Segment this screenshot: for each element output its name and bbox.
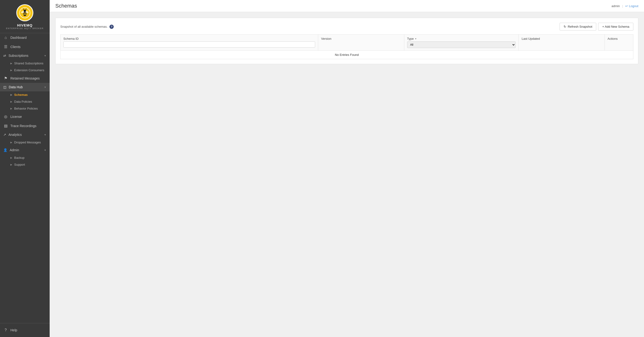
- sub-arrow-icon: ▶: [10, 62, 12, 65]
- admin-icon: 👤: [3, 148, 7, 152]
- clients-icon: ☰: [3, 45, 8, 49]
- col-label-last-updated: Last Updated: [522, 37, 540, 41]
- logo-area: HIVEMQ ENTERPRISE MQTT BROKER: [0, 0, 50, 33]
- expand-arrow-icon: ▼: [44, 86, 46, 89]
- retained-icon: ⚑: [3, 76, 8, 81]
- sidebar-sub-label: Extension Consumers: [14, 68, 44, 72]
- sidebar-item-label: Data Hub: [9, 85, 23, 89]
- refresh-snapshot-button[interactable]: ↻ Refresh Snapshot: [560, 23, 596, 31]
- sidebar-item-label: Retained Messages: [10, 77, 40, 80]
- content-area: Snapshot of all available schemas. ? ↻ R…: [50, 12, 644, 337]
- sidebar: HIVEMQ ENTERPRISE MQTT BROKER ⌂ Dashboar…: [0, 0, 50, 337]
- sidebar-item-shared-subscriptions[interactable]: ▶ Shared Subscriptions: [0, 60, 50, 67]
- logout-icon: ↩: [625, 4, 628, 8]
- sidebar-item-schemas[interactable]: ▶ Schemas: [0, 91, 50, 98]
- sidebar-sub-label: Schemas: [14, 93, 28, 97]
- sidebar-item-backup[interactable]: ▶ Backup: [0, 154, 50, 161]
- expand-arrow-icon: ▼: [44, 55, 46, 57]
- schema-table: Schema ID Version Type ▼: [60, 34, 633, 59]
- license-icon: ◎: [3, 114, 8, 119]
- sub-arrow-icon: ▶: [10, 69, 12, 72]
- sidebar-item-label: Trace Recordings: [10, 124, 36, 128]
- expand-arrow-icon: ▼: [44, 134, 46, 136]
- add-new-schema-button[interactable]: + Add New Schema: [598, 23, 633, 31]
- sub-arrow-icon: ▶: [10, 163, 12, 166]
- top-bar: Schemas admin | ↩ Logout: [50, 0, 644, 12]
- user-area: admin | ↩ Logout: [611, 4, 638, 8]
- sidebar-item-license[interactable]: ◎ License: [0, 112, 50, 121]
- main-content: Schemas admin | ↩ Logout Snapshot of all…: [50, 0, 644, 337]
- sidebar-item-dashboard[interactable]: ⌂ Dashboard: [0, 33, 50, 42]
- sidebar-item-admin[interactable]: 👤 Admin ▼: [0, 146, 50, 154]
- username: admin: [611, 4, 620, 8]
- snapshot-info: Snapshot of all available schemas. ?: [60, 25, 114, 29]
- sidebar-item-dropped-messages[interactable]: ▶ Dropped Messages: [0, 139, 50, 146]
- no-entries-row: No Entries Found: [60, 51, 633, 59]
- table-body: No Entries Found: [60, 51, 633, 59]
- sidebar-item-retained-messages[interactable]: ⚑ Retained Messages: [0, 74, 50, 83]
- sidebar-item-label: Help: [10, 328, 17, 332]
- logo-icon: [16, 4, 33, 21]
- help-icon: ?: [3, 328, 8, 332]
- sidebar-item-label: Analytics: [8, 133, 22, 137]
- sidebar-bottom: ? Help: [0, 323, 50, 337]
- sidebar-sub-label: Dropped Messages: [14, 141, 41, 144]
- sidebar-item-trace-recordings[interactable]: ▤ Trace Recordings: [0, 121, 50, 130]
- sidebar-item-support[interactable]: ▶ Support: [0, 161, 50, 168]
- sidebar-item-label: License: [10, 115, 22, 119]
- datahub-icon: ◫: [3, 85, 6, 89]
- card-toolbar: Snapshot of all available schemas. ? ↻ R…: [60, 23, 633, 31]
- sidebar-item-analytics[interactable]: ↗ Analytics ▼: [0, 130, 50, 139]
- sidebar-sub-label: Shared Subscriptions: [14, 62, 44, 65]
- sidebar-sub-label: Behavior Policies: [14, 107, 38, 110]
- sidebar-sub-label: Support: [14, 163, 25, 166]
- schema-id-filter-input[interactable]: [63, 42, 315, 48]
- sub-arrow-icon: ▶: [10, 100, 12, 103]
- logout-label: Logout: [629, 4, 638, 8]
- content-card: Snapshot of all available schemas. ? ↻ R…: [55, 18, 638, 64]
- col-header-schema-id: Schema ID: [60, 35, 318, 51]
- col-header-last-updated: Last Updated: [519, 35, 604, 51]
- sidebar-sub-label: Backup: [14, 156, 24, 160]
- logout-button[interactable]: ↩ Logout: [625, 4, 638, 8]
- svg-rect-2: [23, 13, 27, 14]
- dashboard-icon: ⌂: [3, 36, 8, 40]
- sidebar-item-data-policies[interactable]: ▶ Data Policies: [0, 98, 50, 105]
- refresh-label: Refresh Snapshot: [568, 25, 592, 29]
- col-label-type: Type: [407, 37, 414, 41]
- sidebar-item-behavior-policies[interactable]: ▶ Behavior Policies: [0, 105, 50, 112]
- trace-icon: ▤: [3, 124, 8, 128]
- sub-arrow-icon: ▶: [10, 107, 12, 110]
- col-label-actions: Actions: [608, 37, 618, 41]
- no-entries-cell: No Entries Found: [60, 51, 633, 59]
- sub-arrow-icon: ▶: [10, 141, 12, 144]
- col-header-version: Version: [318, 35, 404, 51]
- sidebar-item-clients[interactable]: ☰ Clients: [0, 42, 50, 51]
- svg-rect-3: [23, 14, 27, 15]
- sidebar-item-extension-consumers[interactable]: ▶ Extension Consumers: [0, 67, 50, 74]
- table-header-row: Schema ID Version Type ▼: [60, 35, 633, 51]
- subscriptions-icon: ⇄: [3, 54, 6, 58]
- app-name: HIVEMQ: [17, 23, 32, 27]
- type-filter-select[interactable]: All JSON AVRO PROTOBUF: [407, 42, 516, 48]
- toolbar-buttons: ↻ Refresh Snapshot + Add New Schema: [560, 23, 633, 31]
- help-tooltip-icon[interactable]: ?: [110, 25, 114, 29]
- analytics-icon: ↗: [3, 133, 6, 137]
- snapshot-text: Snapshot of all available schemas.: [60, 25, 108, 29]
- app-subtitle: ENTERPRISE MQTT BROKER: [6, 27, 44, 30]
- sidebar-item-label: Admin: [10, 148, 19, 152]
- svg-point-10: [26, 9, 27, 10]
- sort-arrow-icon: ▼: [415, 38, 417, 40]
- refresh-icon: ↻: [564, 25, 566, 29]
- sidebar-item-help[interactable]: ? Help: [0, 326, 50, 335]
- sidebar-item-subscriptions[interactable]: ⇄ Subscriptions ▼: [0, 51, 50, 60]
- col-header-actions: Actions: [604, 35, 633, 51]
- sub-arrow-icon: ▶: [10, 94, 12, 96]
- sidebar-item-data-hub[interactable]: ◫ Data Hub ▼: [0, 83, 50, 91]
- col-header-type: Type ▼ All JSON AVRO PROTOBUF: [404, 35, 519, 51]
- col-label-version: Version: [321, 37, 331, 41]
- sidebar-item-label: Dashboard: [10, 36, 27, 40]
- add-label: + Add New Schema: [602, 25, 629, 29]
- sidebar-item-label: Subscriptions: [8, 54, 28, 58]
- col-label-schema-id: Schema ID: [63, 37, 78, 41]
